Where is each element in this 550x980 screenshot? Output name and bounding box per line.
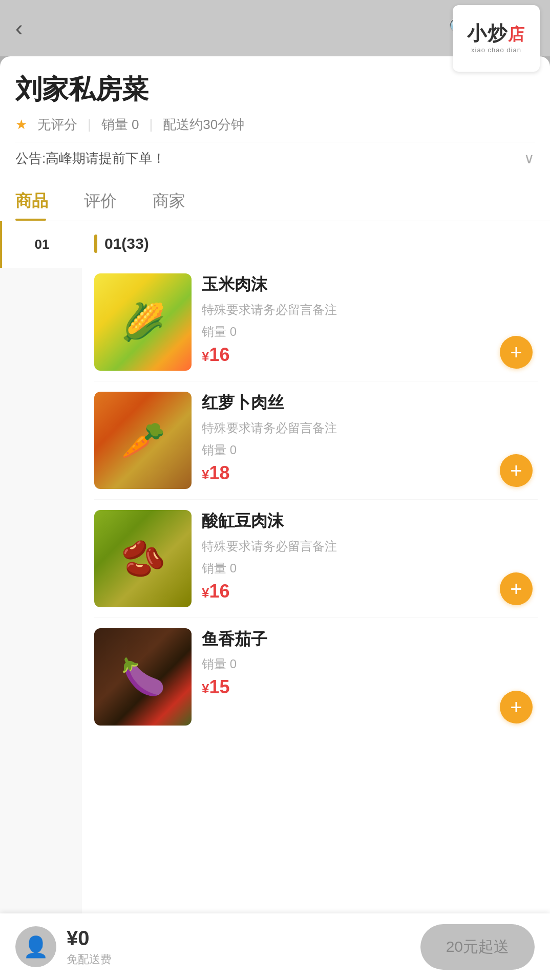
add-to-cart-2[interactable]: +: [500, 454, 533, 487]
food-emoji-corn: 🌽: [121, 301, 165, 343]
brand-name: 小炒店: [467, 23, 525, 45]
product-name-1: 玉米肉沫: [202, 273, 497, 296]
notice-expand-icon[interactable]: ∨: [524, 150, 535, 167]
product-info-beans: 酸缸豆肉沫 特殊要求请务必留言备注 销量 0 ¥16: [192, 510, 538, 602]
food-emoji-beans: 🫘: [121, 538, 165, 580]
back-area: ‹: [15, 15, 23, 41]
product-image-beans: 🫘: [94, 510, 192, 607]
cart-avatar: 👤: [15, 926, 56, 967]
product-info-corn: 玉米肉沫 特殊要求请务必留言备注 销量 0 ¥16: [192, 273, 538, 366]
store-meta: ★ 无评分 | 销量 0 | 配送约30分钟: [15, 116, 535, 134]
products-list: 01(33) 🌽 玉米肉沫 特殊要求请务必留言备注 销量 0 ¥16 +: [82, 221, 550, 938]
product-item-corn: 🌽 玉米肉沫 特殊要求请务必留言备注 销量 0 ¥16 +: [94, 263, 538, 381]
category-title: 01(33): [104, 235, 149, 252]
bottom-checkout-bar: 👤 ¥0 免配送费 20元起送: [0, 913, 550, 980]
product-price-3: ¥16: [202, 581, 497, 602]
free-delivery-label: 免配送费: [67, 952, 420, 967]
store-notice-bar[interactable]: 公告:高峰期请提前下单！ ∨: [15, 142, 535, 175]
meta-divider-1: |: [88, 117, 91, 133]
product-info-eggplant: 鱼香茄子 销量 0 ¥15: [192, 628, 538, 698]
product-name-2: 红萝卜肉丝: [202, 392, 497, 414]
notice-text: 公告:高峰期请提前下单！: [15, 150, 165, 167]
product-info-carrot: 红萝卜肉丝 特殊要求请务必留言备注 销量 0 ¥18: [192, 392, 538, 484]
product-sales-2: 销量 0: [202, 442, 497, 458]
product-price-4: ¥15: [202, 676, 497, 698]
product-name-3: 酸缸豆肉沫: [202, 510, 497, 532]
food-emoji-eggplant: 🍆: [121, 656, 165, 698]
currency-3: ¥: [202, 585, 209, 601]
category-sidebar: 01: [0, 221, 82, 938]
product-sales-4: 销量 0: [202, 656, 497, 672]
product-sales-3: 销量 0: [202, 560, 497, 577]
add-to-cart-4[interactable]: +: [500, 691, 533, 723]
product-desc-1: 特殊要求请务必留言备注: [202, 301, 497, 318]
rating-star-icon: ★: [15, 117, 27, 133]
product-item-eggplant: 🍆 鱼香茄子 销量 0 ¥15 +: [94, 618, 538, 736]
product-desc-2: 特殊要求请务必留言备注: [202, 419, 497, 437]
food-emoji-carrot: 🥕: [121, 419, 165, 461]
back-button[interactable]: ‹: [15, 15, 23, 41]
tab-merchant[interactable]: 商家: [153, 180, 206, 221]
product-sales-1: 销量 0: [202, 324, 497, 340]
cart-total-price: ¥0: [67, 927, 420, 950]
brand-subtitle: xiao chao dian: [471, 46, 521, 54]
category-header: 01(33): [94, 235, 538, 253]
product-item-carrot: 🥕 红萝卜肉丝 特殊要求请务必留言备注 销量 0 ¥18 +: [94, 381, 538, 500]
product-image-corn: 🌽: [94, 273, 192, 371]
add-to-cart-1[interactable]: +: [500, 336, 533, 369]
brand-flame: 店: [508, 25, 525, 44]
content-area: 01 01(33) 🌽 玉米肉沫 特殊要求请务必留言备注 销量 0: [0, 221, 550, 938]
tab-products[interactable]: 商品: [15, 180, 69, 221]
product-image-eggplant: 🍆: [94, 628, 192, 726]
store-rating: 无评分: [37, 116, 77, 134]
add-to-cart-3[interactable]: +: [500, 572, 533, 605]
product-item-beans: 🫘 酸缸豆肉沫 特殊要求请务必留言备注 销量 0 ¥16 +: [94, 500, 538, 618]
main-content-card: 刘家私房菜 ★ 无评分 | 销量 0 | 配送约30分钟 公告:高峰期请提前下单…: [0, 56, 550, 980]
sidebar-item-01[interactable]: 01: [0, 221, 82, 268]
product-image-carrot: 🥕: [94, 392, 192, 489]
currency-4: ¥: [202, 681, 209, 696]
avatar-person-icon: 👤: [23, 935, 49, 959]
brand-logo: 小炒店 xiao chao dian: [453, 5, 540, 72]
category-bar-accent: [94, 235, 97, 253]
product-price-1: ¥16: [202, 344, 497, 366]
store-sales: 销量 0: [101, 116, 139, 134]
tab-bar: 商品 评价 商家: [0, 180, 550, 221]
store-header: 刘家私房菜 ★ 无评分 | 销量 0 | 配送约30分钟 公告:高峰期请提前下单…: [0, 56, 550, 175]
product-price-2: ¥18: [202, 462, 497, 484]
meta-divider-2: |: [149, 117, 153, 133]
currency-1: ¥: [202, 349, 209, 364]
tab-reviews[interactable]: 评价: [84, 180, 137, 221]
product-desc-3: 特殊要求请务必留言备注: [202, 538, 497, 555]
product-name-4: 鱼香茄子: [202, 628, 497, 651]
currency-2: ¥: [202, 467, 209, 482]
store-title: 刘家私房菜: [15, 72, 535, 108]
store-delivery-time: 配送约30分钟: [163, 116, 244, 134]
top-navigation-bar: ‹ 🔍 ☆ ⋮ 小炒店 xiao chao dian: [0, 0, 550, 56]
checkout-button[interactable]: 20元起送: [420, 924, 535, 970]
cart-price-area: ¥0 免配送费: [67, 927, 420, 967]
